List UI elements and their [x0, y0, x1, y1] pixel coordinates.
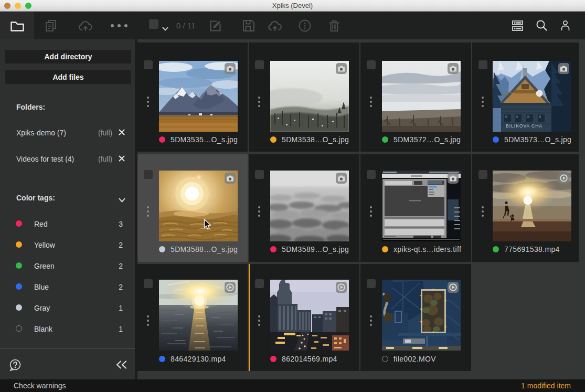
- svg-text:BILIKOVA CHA: BILIKOVA CHA: [506, 123, 543, 129]
